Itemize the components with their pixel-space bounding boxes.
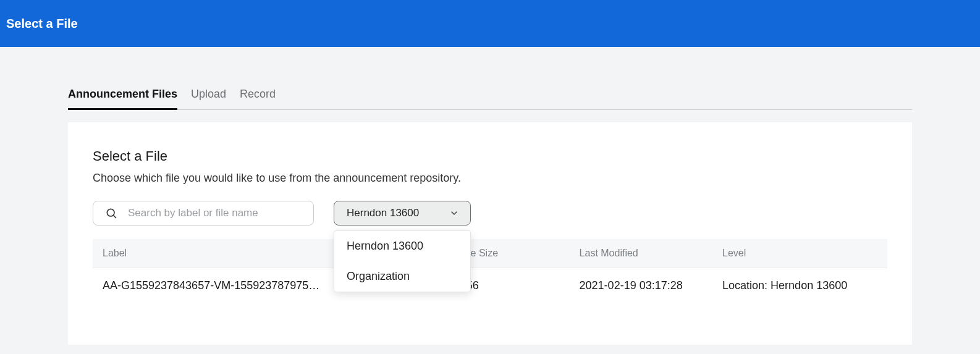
filter-option-herndon-13600[interactable]: Herndon 13600 [334, 231, 470, 261]
cell-level: Location: Herndon 13600 [712, 268, 887, 304]
filter-option-organization[interactable]: Organization [334, 261, 470, 292]
search-wrap [93, 201, 314, 225]
top-bar-title: Select a File [6, 17, 78, 31]
tab-label: Announcement Files [68, 88, 177, 100]
files-table: Label Name File Size Last Modified Level… [93, 239, 887, 303]
cell-last-modified: 2021-02-19 03:17:28 [570, 268, 712, 304]
col-header-level[interactable]: Level [712, 239, 887, 268]
tab-label: Upload [191, 88, 226, 100]
tab-label: Record [240, 88, 276, 100]
col-header-label[interactable]: Label [93, 239, 331, 268]
search-icon [105, 207, 117, 219]
filter-dropdown-menu: Herndon 13600 Organization [334, 230, 471, 292]
col-header-last-modified[interactable]: Last Modified [570, 239, 712, 268]
tab-upload[interactable]: Upload [191, 84, 226, 110]
tab-announcement-files[interactable]: Announcement Files [68, 84, 177, 110]
filter-dropdown: Herndon 13600 Herndon 13600 Organization [334, 201, 471, 225]
panel-title: Select a File [93, 148, 887, 164]
svg-line-1 [114, 216, 116, 218]
filter-option-label: Herndon 13600 [347, 240, 423, 252]
chevron-down-icon [449, 208, 459, 218]
table-header-row: Label Name File Size Last Modified Level [93, 239, 887, 268]
tabs: Announcement Files Upload Record [68, 84, 912, 110]
tab-record[interactable]: Record [240, 84, 276, 110]
panel: Select a File Choose which file you woul… [68, 122, 912, 345]
table-row[interactable]: AA-G1559237843657-VM-1559237879755.... 3… [93, 268, 887, 304]
top-bar: Select a File [0, 0, 980, 47]
search-input[interactable] [93, 201, 314, 225]
controls-row: Herndon 13600 Herndon 13600 Organization [93, 201, 887, 225]
filter-selected-label: Herndon 13600 [347, 207, 419, 219]
page-wrap: Announcement Files Upload Record Select … [0, 84, 980, 345]
cell-label: AA-G1559237843657-VM-1559237879755.... [93, 268, 331, 304]
filter-option-label: Organization [347, 270, 410, 282]
filter-dropdown-trigger[interactable]: Herndon 13600 [334, 201, 471, 225]
panel-description: Choose which file you would like to use … [93, 172, 887, 185]
